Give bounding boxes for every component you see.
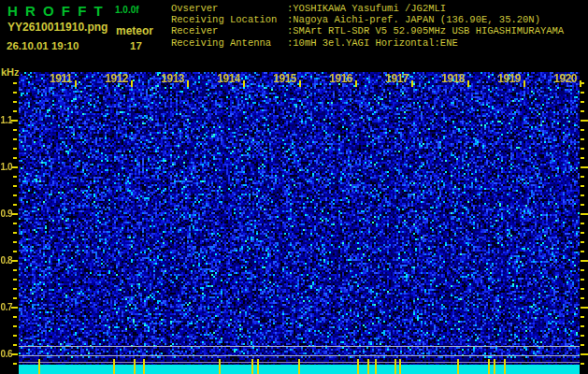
meteor-mark bbox=[219, 359, 221, 374]
freq-tick-left bbox=[13, 204, 17, 206]
freq-tick-left bbox=[13, 157, 17, 159]
time-tick bbox=[299, 80, 301, 87]
receiver-row: Receiver:SMArt RTL-SDR V5 52.905MHz USB … bbox=[171, 25, 564, 36]
freq-tick-left bbox=[13, 82, 17, 84]
time-tick-label: 1913 bbox=[145, 72, 184, 85]
detection-band-line-lower bbox=[19, 355, 580, 356]
freq-tick-left bbox=[11, 260, 18, 262]
freq-tick-left bbox=[13, 251, 17, 252]
time-tick-label: 1917 bbox=[369, 72, 409, 85]
receiver-label: Receiver bbox=[171, 25, 287, 36]
time-tick-label: 1915 bbox=[257, 72, 296, 85]
freq-tick-label: 1.0 bbox=[0, 162, 12, 172]
time-tick-label: 1916 bbox=[313, 72, 352, 85]
mode-label: meteor bbox=[116, 24, 153, 37]
freq-tick-left bbox=[13, 129, 17, 131]
freq-tick-right bbox=[581, 241, 584, 243]
freq-tick-label: 0.7 bbox=[0, 302, 12, 312]
freq-tick-right bbox=[581, 344, 584, 346]
freq-tick-right bbox=[581, 288, 584, 290]
meteor-count: 17 bbox=[130, 40, 142, 51]
freq-tick-right bbox=[581, 269, 584, 271]
freq-tick-right bbox=[581, 363, 584, 365]
app-title: H R O F F T bbox=[7, 3, 105, 19]
freq-tick-left bbox=[13, 92, 17, 94]
meteor-mark bbox=[494, 359, 495, 374]
receiver-value: :SMArt RTL-SDR V5 52.905MHz USB HIGASHIM… bbox=[287, 25, 564, 36]
freq-tick-label: 0.8 bbox=[0, 255, 12, 266]
freq-tick-left bbox=[13, 316, 17, 318]
freq-tick-right bbox=[581, 176, 584, 178]
meteor-mark bbox=[488, 359, 490, 374]
freq-tick-label: 0.6 bbox=[0, 349, 12, 359]
freq-tick-right bbox=[581, 204, 584, 206]
time-tick bbox=[467, 80, 469, 87]
freq-tick-right bbox=[581, 185, 584, 187]
meteor-mark bbox=[38, 359, 40, 374]
freq-tick-right bbox=[581, 129, 584, 131]
time-tick bbox=[523, 80, 525, 87]
freq-tick-right bbox=[581, 260, 588, 262]
freq-tick-right bbox=[581, 82, 584, 84]
freq-tick-left bbox=[13, 148, 17, 150]
freq-tick-left bbox=[13, 297, 17, 299]
freq-tick-right bbox=[581, 148, 584, 150]
time-tick-label: 1911 bbox=[33, 72, 72, 85]
freq-tick-right bbox=[581, 92, 584, 94]
freq-tick-left bbox=[13, 325, 17, 327]
freq-tick-right bbox=[581, 101, 584, 103]
freq-tick-right bbox=[581, 110, 584, 112]
hrofft-screenshot: H R O F F T 1.0.0f YY2610011910.png mete… bbox=[0, 0, 588, 374]
time-tick bbox=[75, 80, 77, 87]
location-value: :Nagoya Aichi-pref. JAPAN (136.90E, 35.2… bbox=[287, 14, 540, 25]
freq-tick-right bbox=[581, 166, 588, 168]
meteor-mark bbox=[251, 359, 253, 374]
time-tick-label: 1919 bbox=[481, 72, 521, 85]
freq-tick-left bbox=[13, 288, 17, 290]
freq-tick-left bbox=[13, 194, 17, 196]
meteor-mark bbox=[399, 359, 401, 374]
freq-tick-right bbox=[581, 232, 584, 234]
meteor-mark bbox=[367, 359, 369, 374]
freq-tick-right bbox=[581, 213, 588, 215]
freq-tick-left bbox=[13, 110, 17, 112]
freq-tick-left bbox=[13, 344, 17, 346]
freq-tick-left bbox=[13, 241, 17, 243]
freq-tick-left bbox=[11, 307, 18, 309]
freq-tick-left bbox=[13, 363, 17, 365]
freq-tick-left bbox=[13, 101, 17, 103]
freq-tick-right bbox=[581, 279, 584, 280]
freq-tick-left bbox=[13, 269, 17, 271]
freq-tick-label: 1.1 bbox=[0, 115, 12, 125]
freq-tick-right bbox=[581, 194, 584, 196]
antenna-value: :10mH 3el.YAGI Horizontal:ENE bbox=[287, 37, 458, 49]
meteor-mark bbox=[143, 359, 145, 374]
time-tick bbox=[131, 80, 133, 87]
spectrogram-canvas bbox=[19, 72, 580, 365]
freq-tick-right bbox=[581, 335, 584, 337]
freq-tick-right bbox=[581, 157, 584, 159]
meteor-mark bbox=[457, 359, 459, 374]
freq-tick-left bbox=[11, 120, 18, 122]
location-row: Receiving Location:Nagoya Aichi-pref. JA… bbox=[171, 14, 564, 25]
detection-band-line-upper bbox=[19, 346, 580, 347]
freq-tick-right bbox=[581, 353, 588, 355]
antenna-label: Receiving Antenna bbox=[171, 37, 287, 49]
freq-tick-right bbox=[581, 325, 584, 327]
datetime-label: 26.10.01 19:10 bbox=[7, 40, 79, 51]
station-info-block: Ovserver:YOSHIKAWA Yasufumi /JG2MLI Rece… bbox=[171, 3, 564, 49]
freq-tick-left bbox=[13, 279, 17, 280]
time-tick bbox=[355, 80, 357, 87]
meteor-mark bbox=[375, 359, 377, 374]
freq-tick-left bbox=[13, 176, 17, 178]
freq-tick-right bbox=[581, 297, 584, 299]
time-tick-label: 1920 bbox=[538, 72, 577, 85]
observer-label: Ovserver bbox=[171, 3, 287, 14]
freq-tick-right bbox=[581, 138, 584, 140]
time-tick bbox=[411, 80, 413, 87]
meteor-mark bbox=[134, 359, 136, 374]
meteor-mark bbox=[298, 359, 300, 374]
time-tick bbox=[243, 80, 245, 87]
freq-tick-left bbox=[13, 335, 17, 337]
antenna-row: Receiving Antenna:10mH 3el.YAGI Horizont… bbox=[171, 37, 564, 49]
